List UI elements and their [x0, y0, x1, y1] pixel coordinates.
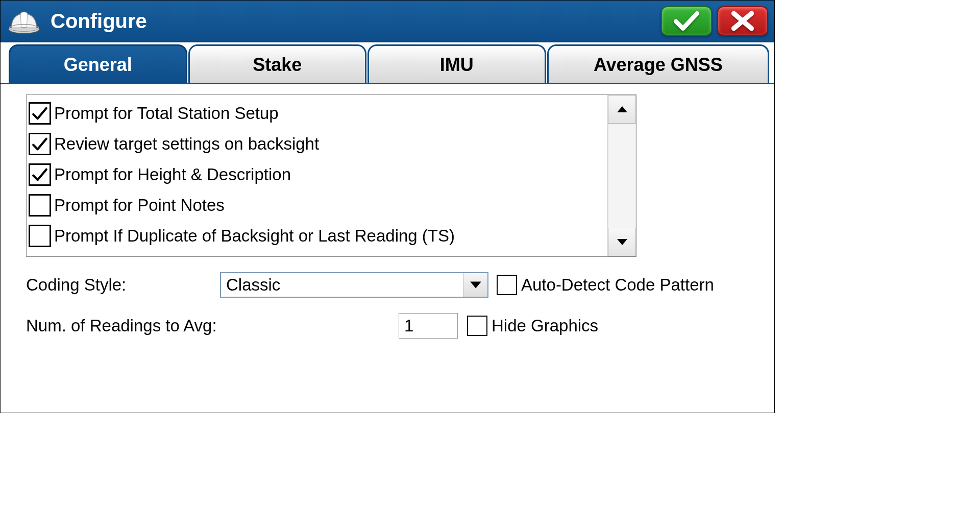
option-label: Prompt If Duplicate of Backsight or Last…	[54, 226, 455, 246]
checkmark-icon	[31, 166, 48, 183]
list-item: Review target settings on backsight	[27, 129, 607, 159]
tab-bar: General Stake IMU Average GNSS	[1, 42, 774, 84]
auto-detect-group: Auto-Detect Code Pattern	[497, 275, 714, 295]
tab-general[interactable]: General	[9, 44, 187, 83]
tab-label: Average GNSS	[594, 54, 723, 76]
option-label: Prompt for Height & Description	[54, 165, 291, 184]
options-listbox: Prompt for Total Station Setup Review ta…	[26, 94, 636, 257]
list-item: Prompt for Total Station Setup	[27, 98, 607, 129]
checkmark-icon	[31, 135, 48, 153]
hide-graphics-label: Hide Graphics	[492, 316, 598, 336]
scroll-down-button[interactable]	[608, 228, 636, 256]
tab-label: Stake	[253, 54, 302, 76]
check-icon	[673, 10, 700, 32]
scroll-up-button[interactable]	[608, 95, 636, 124]
list-item: Prompt for Point Notes	[27, 190, 607, 221]
triangle-up-icon	[616, 105, 628, 114]
auto-detect-label: Auto-Detect Code Pattern	[521, 275, 714, 295]
num-readings-label: Num. of Readings to Avg:	[26, 316, 399, 336]
tab-stake[interactable]: Stake	[188, 44, 367, 83]
hide-graphics-group: Hide Graphics	[467, 316, 598, 336]
checkbox-prompt-point-notes[interactable]	[29, 194, 51, 217]
triangle-down-icon	[469, 280, 482, 290]
hardhat-icon	[7, 6, 41, 36]
scrollbar	[607, 95, 636, 256]
checkbox-prompt-ts-setup[interactable]	[29, 102, 51, 125]
checkmark-icon	[31, 105, 48, 122]
triangle-down-icon	[616, 237, 628, 247]
scroll-track[interactable]	[608, 124, 636, 228]
checkbox-auto-detect[interactable]	[497, 275, 517, 295]
dropdown-arrow	[463, 273, 487, 297]
coding-style-row: Coding Style: Classic Auto-Detect Code P…	[26, 272, 754, 298]
option-label: Prompt for Point Notes	[54, 196, 225, 215]
dropdown-value: Classic	[226, 275, 280, 295]
tab-average-gnss[interactable]: Average GNSS	[547, 44, 769, 83]
x-icon	[729, 10, 756, 32]
option-label: Review target settings on backsight	[54, 134, 319, 154]
page-title: Configure	[51, 10, 656, 33]
checkbox-prompt-duplicate[interactable]	[29, 225, 51, 247]
num-readings-row: Num. of Readings to Avg: Hide Graphics	[26, 313, 754, 339]
checkbox-hide-graphics[interactable]	[467, 316, 487, 336]
cancel-button[interactable]	[717, 6, 768, 36]
tab-imu[interactable]: IMU	[368, 44, 546, 83]
list-item: Prompt for Height & Description	[27, 159, 607, 190]
coding-style-label: Coding Style:	[26, 275, 220, 295]
tab-label: IMU	[440, 54, 474, 76]
list-item: Prompt If Duplicate of Backsight or Last…	[27, 221, 607, 251]
tab-label: General	[64, 54, 132, 76]
checkbox-review-target[interactable]	[29, 133, 51, 155]
num-readings-input[interactable]	[399, 313, 458, 339]
option-label: Prompt for Total Station Setup	[54, 104, 279, 123]
coding-style-dropdown[interactable]: Classic	[220, 272, 488, 298]
options-list: Prompt for Total Station Setup Review ta…	[27, 95, 607, 256]
tab-content: Prompt for Total Station Setup Review ta…	[1, 84, 774, 349]
title-bar: Configure	[1, 1, 774, 42]
ok-button[interactable]	[661, 6, 712, 36]
checkbox-prompt-height-desc[interactable]	[29, 163, 51, 186]
